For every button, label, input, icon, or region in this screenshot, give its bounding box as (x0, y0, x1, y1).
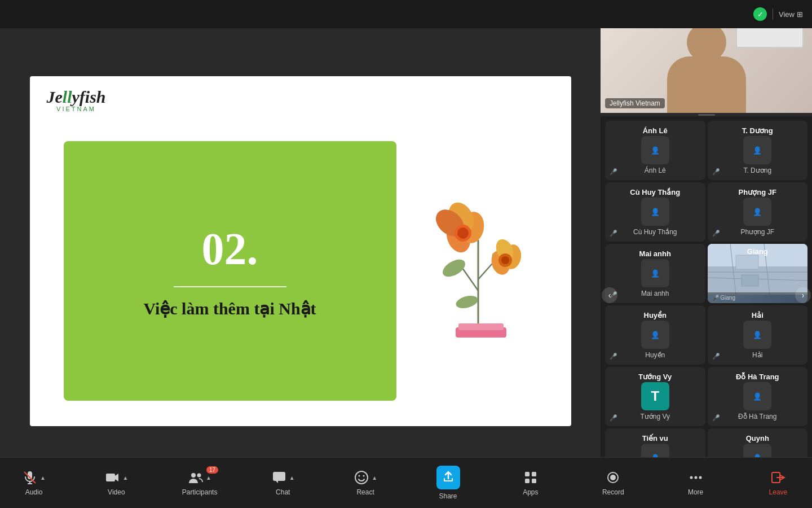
participant-sub-hai: Hải (752, 351, 762, 359)
participant-avatar-cu-huy-thang: 👤 (641, 198, 669, 226)
participants-badge: 17 (206, 466, 218, 474)
participant-huyen: Huyền 👤 🎤 Huyền (605, 305, 705, 365)
more-label: More (688, 488, 703, 496)
participant-name-huyen: Huyền (644, 311, 667, 319)
participant-sub-do-ha-trang: Đỗ Hà Trang (738, 413, 776, 421)
video-icon (104, 470, 120, 485)
participant-avatar-do-ha-trang: 👤 (743, 382, 771, 410)
share-button[interactable]: Share (431, 466, 465, 500)
record-icon (605, 470, 621, 485)
audio-button[interactable]: ▲ Audio (17, 470, 51, 496)
mute-icon-t-duong: 🎤 (712, 168, 720, 176)
participant-hai: Hải 👤 🎤 Hải (708, 305, 808, 365)
video-label: Video (108, 488, 125, 496)
record-label: Record (602, 488, 624, 496)
top-bar: ✓ View ⊞ (0, 0, 812, 28)
mute-icon-phuong-jf: 🎤 (712, 230, 720, 237)
video-person-label: Jellyfish Vietnam (605, 98, 665, 108)
participants-chevron-icon[interactable]: ▲ (206, 475, 211, 481)
more-button[interactable]: More (679, 470, 713, 496)
participant-name-do-ha-trang: Đỗ Hà Trang (736, 373, 779, 381)
record-button[interactable]: Record (596, 470, 630, 496)
slide-subtitle: Việc làm thêm tại Nhật (126, 299, 333, 318)
participant-sub-phuong-jf: Phượng JF (740, 228, 774, 236)
participant-avatar-tuong-vy: T (641, 382, 669, 410)
leave-button[interactable]: Leave (761, 470, 795, 496)
apps-label: Apps (523, 488, 538, 496)
participant-mai-anhh: Mai anhh 👤 🎤 Mai anhh (605, 244, 705, 303)
green-content-box: 02. Việc làm thêm tại Nhật (64, 141, 396, 401)
react-button[interactable]: ▲ React (348, 470, 382, 496)
svg-point-36 (359, 475, 360, 477)
participant-do-ha-trang: Đỗ Hà Trang 👤 🎤 Đỗ Hà Trang (708, 367, 808, 426)
participant-giang: Giang 🎤 Giang (708, 244, 808, 303)
svg-point-5 (454, 294, 479, 310)
participants-wrapper: ‹ › Ánh Lê 👤 🎤 Ánh Lê T. Dương 👤 🎤 T. Dư… (601, 116, 812, 474)
participant-avatar-hai: 👤 (743, 321, 771, 349)
svg-rect-34 (273, 472, 285, 481)
giang-overlay: 🎤 Giang (708, 292, 808, 303)
participant-name-cu-huy-thang: Cù Huy Thắng (630, 188, 680, 196)
participant-sub-t-duong: T. Dương (743, 167, 771, 174)
audio-label: Audio (25, 488, 43, 496)
participant-t-duong: T. Dương 👤 🎤 T. Dương (708, 121, 808, 180)
participant-sub-cu-huy-thang: Cù Huy Thắng (633, 228, 677, 236)
mute-icon-do-ha-trang: 🎤 (712, 414, 720, 422)
svg-point-16 (501, 256, 509, 264)
react-chevron-icon[interactable]: ▲ (372, 475, 377, 481)
participant-name-mai-anhh: Mai anhh (639, 249, 671, 258)
participant-name-tien-vu: Tiến vu (642, 434, 668, 443)
nav-next-button[interactable]: › (795, 287, 811, 303)
svg-rect-31 (106, 474, 115, 481)
svg-point-37 (363, 475, 365, 477)
svg-point-3 (439, 256, 467, 281)
participant-avatar-mai-anhh: 👤 (641, 259, 669, 287)
participant-sub-tuong-vy: Tướng Vy (640, 413, 670, 421)
svg-point-11 (457, 227, 469, 239)
participant-name-quynh: Quynh (746, 434, 769, 443)
chat-button[interactable]: ▲ Chat (266, 470, 300, 496)
share-label: Share (439, 492, 457, 500)
nav-prev-button[interactable]: ‹ (602, 287, 617, 303)
share-icon (442, 470, 454, 483)
participants-button[interactable]: 17 ▲ Participants (182, 470, 218, 496)
chat-chevron-icon[interactable]: ▲ (289, 475, 295, 481)
logo-sub: VIETNAM (47, 106, 106, 112)
mute-icon-hai: 🎤 (712, 353, 720, 360)
participant-sub-anh-le: Ánh Lê (645, 167, 666, 174)
participant-anh-le: Ánh Lê 👤 🎤 Ánh Lê (605, 121, 705, 180)
toolbar: ▲ Audio ▲ Video 17 ▲ Participants (0, 457, 812, 508)
view-label: View (779, 10, 795, 19)
slide-container: Jellyfish VIETNAM 02. Việc làm thêm tại … (30, 76, 571, 426)
participant-sub-huyen: Huyền (645, 351, 665, 359)
svg-rect-25 (736, 255, 758, 269)
video-chevron-icon[interactable]: ▲ (122, 475, 128, 481)
chat-icon (271, 470, 287, 485)
view-grid-icon: ⊞ (797, 10, 803, 19)
audio-chevron-icon[interactable]: ▲ (40, 475, 46, 481)
microphone-mute-icon (22, 470, 38, 485)
svg-rect-41 (532, 479, 536, 483)
logo-text: Jellyfish (47, 87, 106, 107)
mute-icon-tuong-vy: 🎤 (610, 414, 617, 422)
video-button[interactable]: ▲ Video (99, 470, 133, 496)
svg-point-32 (191, 473, 196, 478)
flower-illustration (413, 150, 543, 341)
slide-logo: Jellyfish VIETNAM (47, 87, 106, 112)
slide-number: 02. (202, 224, 258, 275)
participants-label: Participants (182, 488, 218, 496)
view-button[interactable]: View ⊞ (779, 10, 803, 19)
leave-label: Leave (769, 488, 788, 496)
svg-point-46 (699, 476, 701, 479)
svg-point-44 (690, 476, 692, 479)
participants-icon (188, 470, 204, 485)
divider (773, 8, 773, 20)
react-label: React (356, 488, 374, 496)
svg-point-33 (197, 474, 201, 478)
apps-button[interactable]: Apps (514, 470, 548, 496)
participant-tuong-vy: Tướng Vy T 🎤 Tướng Vy (605, 367, 705, 426)
participant-name-t-duong: T. Dương (742, 126, 773, 135)
participant-avatar-anh-le: 👤 (641, 136, 669, 164)
participant-avatar-huyen: 👤 (641, 321, 669, 349)
svg-point-35 (355, 471, 368, 484)
